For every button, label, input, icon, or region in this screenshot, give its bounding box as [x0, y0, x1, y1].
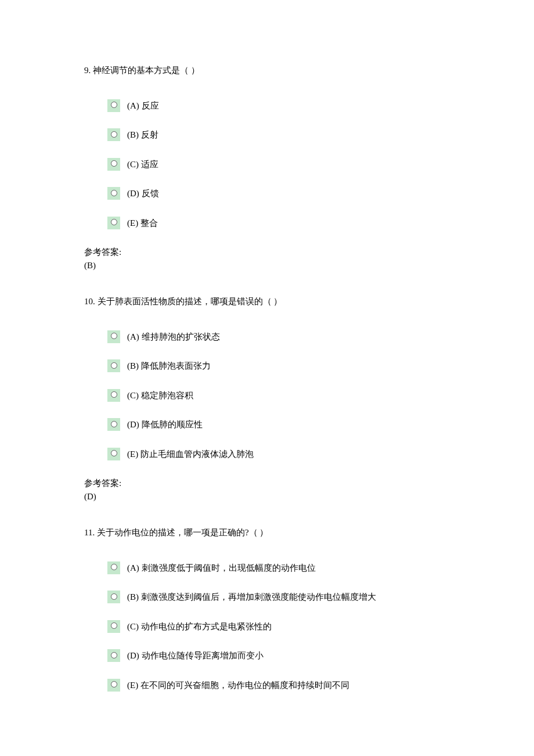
question-text: 11. 关于动作电位的描述，哪一项是正确的?（ ） [84, 526, 450, 539]
radio-icon [107, 418, 120, 431]
option-label: (B) 刺激强度达到阈值后，再增加刺激强度能使动作电位幅度增大 [127, 591, 376, 604]
question-number: 9. [84, 66, 91, 75]
radio-icon [107, 158, 120, 171]
radio-icon [107, 330, 120, 343]
radio-icon [107, 620, 120, 633]
option-label: (E) 防止毛细血管内液体滤入肺泡 [127, 448, 254, 461]
option-label: (C) 稳定肺泡容积 [127, 389, 193, 402]
option-d[interactable]: (D) 动作电位随传导距离增加而变小 [84, 649, 450, 663]
answer-label: 参考答案: [84, 246, 450, 259]
answer-value: (D) [84, 490, 450, 503]
question-number: 10. [84, 297, 95, 306]
option-e[interactable]: (E) 整合 [84, 217, 450, 230]
option-label: (A) 维持肺泡的扩张状态 [127, 330, 220, 344]
option-label: (B) 反射 [127, 128, 158, 142]
radio-icon [107, 389, 120, 402]
radio-icon [107, 591, 120, 603]
option-c[interactable]: (C) 稳定肺泡容积 [84, 389, 450, 402]
question-number: 11. [84, 528, 95, 537]
question-block-11: 11. 关于动作电位的描述，哪一项是正确的?（ ） (A) 刺激强度低于阈值时，… [84, 526, 450, 692]
answer-label: 参考答案: [84, 477, 450, 490]
question-stem: 神经调节的基本方式是（ ） [93, 66, 200, 75]
option-label: (B) 降低肺泡表面张力 [127, 359, 211, 373]
question-text: 10. 关于肺表面活性物质的描述，哪项是错误的（ ） [84, 295, 450, 308]
option-b[interactable]: (B) 刺激强度达到阈值后，再增加刺激强度能使动作电位幅度增大 [84, 591, 450, 604]
question-stem: 关于肺表面活性物质的描述，哪项是错误的（ ） [98, 297, 283, 306]
option-d[interactable]: (D) 反馈 [84, 187, 450, 200]
radio-icon [107, 217, 120, 229]
option-c[interactable]: (C) 适应 [84, 158, 450, 171]
option-label: (D) 动作电位随传导距离增加而变小 [127, 649, 264, 663]
option-label: (C) 动作电位的扩布方式是电紧张性的 [127, 620, 272, 633]
option-label: (E) 整合 [127, 217, 158, 230]
option-label: (D) 反馈 [127, 187, 159, 200]
option-label: (A) 刺激强度低于阈值时，出现低幅度的动作电位 [127, 561, 316, 575]
radio-icon [107, 649, 120, 662]
radio-icon [107, 187, 120, 200]
radio-icon [107, 128, 120, 141]
radio-icon [107, 561, 120, 574]
option-b[interactable]: (B) 反射 [84, 128, 450, 142]
question-text: 9. 神经调节的基本方式是（ ） [84, 64, 450, 77]
option-e[interactable]: (E) 防止毛细血管内液体滤入肺泡 [84, 448, 450, 461]
answer-value: (B) [84, 259, 450, 272]
option-a[interactable]: (A) 反应 [84, 99, 450, 113]
option-e[interactable]: (E) 在不同的可兴奋细胞，动作电位的幅度和持续时间不同 [84, 679, 450, 692]
option-a[interactable]: (A) 刺激强度低于阈值时，出现低幅度的动作电位 [84, 561, 450, 575]
question-stem: 关于动作电位的描述，哪一项是正确的?（ ） [97, 528, 268, 537]
radio-icon [107, 359, 120, 372]
option-a[interactable]: (A) 维持肺泡的扩张状态 [84, 330, 450, 344]
option-label: (D) 降低肺的顺应性 [127, 418, 203, 431]
radio-icon [107, 99, 120, 112]
question-block-10: 10. 关于肺表面活性物质的描述，哪项是错误的（ ） (A) 维持肺泡的扩张状态… [84, 295, 450, 503]
radio-icon [107, 448, 120, 460]
radio-icon [107, 679, 120, 692]
option-b[interactable]: (B) 降低肺泡表面张力 [84, 359, 450, 373]
option-label: (A) 反应 [127, 99, 159, 113]
option-d[interactable]: (D) 降低肺的顺应性 [84, 418, 450, 431]
option-label: (C) 适应 [127, 158, 158, 171]
option-label: (E) 在不同的可兴奋细胞，动作电位的幅度和持续时间不同 [127, 679, 349, 692]
option-c[interactable]: (C) 动作电位的扩布方式是电紧张性的 [84, 620, 450, 633]
question-block-9: 9. 神经调节的基本方式是（ ） (A) 反应 (B) 反射 (C) 适应 (D… [84, 64, 450, 272]
